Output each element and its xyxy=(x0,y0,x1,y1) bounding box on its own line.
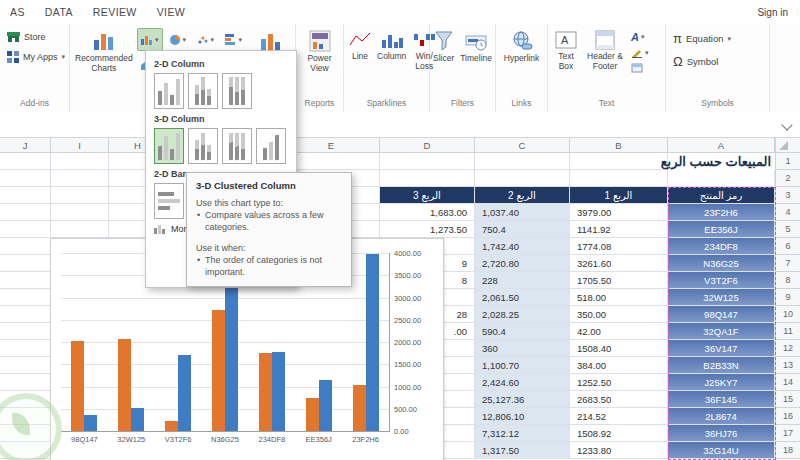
cell-J5[interactable] xyxy=(0,221,51,238)
cell-B14[interactable]: 1252.50 xyxy=(570,374,668,391)
symbol-button[interactable]: Ω Symbol xyxy=(669,51,766,72)
cell-I2[interactable] xyxy=(51,170,109,187)
cell-B2[interactable] xyxy=(570,170,668,187)
signature-line-button[interactable]: ▾ xyxy=(629,47,651,59)
cell-J3[interactable] xyxy=(0,187,51,204)
cell-D4[interactable]: 1,683.00 xyxy=(380,204,475,221)
bar-EE356J-series1[interactable] xyxy=(306,398,319,431)
row-header-16[interactable]: 16 xyxy=(775,408,800,425)
cell-C17[interactable]: 7,312.12 xyxy=(475,425,570,442)
cell-A14[interactable]: J25KY7 xyxy=(668,374,775,391)
cell-A15[interactable]: 36F145 xyxy=(668,391,775,408)
hyperlink-button[interactable]: Hyperlink xyxy=(502,28,541,66)
cell-A2[interactable] xyxy=(668,170,775,187)
row-header-17[interactable]: 17 xyxy=(775,425,800,442)
cell-D1[interactable] xyxy=(380,153,475,170)
cell-C10[interactable]: 2,028.25 xyxy=(475,306,570,323)
cell-B16[interactable]: 214.52 xyxy=(570,408,668,425)
timeline-button[interactable]: Timeline xyxy=(458,28,494,66)
my-apps-button[interactable]: My Apps ▾ xyxy=(3,48,66,66)
cell-B7[interactable]: 3261.60 xyxy=(570,255,668,272)
cell-A16[interactable]: 2L8674 xyxy=(668,408,775,425)
cell-B5[interactable]: 1141.92 xyxy=(570,221,668,238)
cell-A5[interactable]: EE356J xyxy=(668,221,775,238)
cell-D3[interactable]: الربع 3 xyxy=(380,187,475,204)
cell-C13[interactable]: 1,100.70 xyxy=(475,357,570,374)
cell-B10[interactable]: 350.00 xyxy=(570,306,668,323)
cell-D5[interactable]: 1,273.50 xyxy=(380,221,475,238)
bar-98Q147-series2[interactable] xyxy=(84,415,97,431)
cell-C7[interactable]: 2,720.80 xyxy=(475,255,570,272)
tab-formulas-partial[interactable]: AS xyxy=(10,6,25,18)
cell-J16[interactable] xyxy=(0,408,51,425)
bar-23F2H6-series1[interactable] xyxy=(353,385,366,431)
cell-A10[interactable]: 98Q147 xyxy=(668,306,775,323)
header-footer-button[interactable]: Header & Footer xyxy=(583,28,627,73)
cell-C14[interactable]: 2,424.60 xyxy=(475,374,570,391)
menu-2d-100-stacked-column[interactable] xyxy=(222,73,252,109)
cell-I1[interactable] xyxy=(51,153,109,170)
recommended-charts-button[interactable]: Recommended Charts xyxy=(73,28,135,75)
row-header-14[interactable]: 14 xyxy=(775,374,800,391)
bar-V3T2F6-series1[interactable] xyxy=(165,421,178,431)
col-header-D[interactable]: D xyxy=(380,138,475,153)
sign-in-link[interactable]: Sign in xyxy=(757,7,800,18)
cell-C11[interactable]: 590.4 xyxy=(475,323,570,340)
cell-A13[interactable]: B2B33N xyxy=(668,357,775,374)
cell-C15[interactable]: 25,127.36 xyxy=(475,391,570,408)
cell-J18[interactable] xyxy=(0,442,51,459)
cell-E1[interactable] xyxy=(283,153,380,170)
cell-J17[interactable] xyxy=(0,425,51,442)
cell-C3[interactable]: الربع 2 xyxy=(475,187,570,204)
bar-234DF8-series1[interactable] xyxy=(259,353,272,431)
menu-2d-stacked-column[interactable] xyxy=(188,73,218,109)
cell-J12[interactable] xyxy=(0,340,51,357)
cell-J14[interactable] xyxy=(0,374,51,391)
insert-bar-chart-button[interactable]: ▾ xyxy=(221,28,247,51)
cell-C6[interactable]: 1,742.40 xyxy=(475,238,570,255)
cell-A7[interactable]: N36G25 xyxy=(668,255,775,272)
insert-column-chart-button[interactable]: ▾ xyxy=(137,28,163,51)
cell-B11[interactable]: 42.00 xyxy=(570,323,668,340)
cell-C8[interactable]: 228 xyxy=(475,272,570,289)
cell-I4[interactable] xyxy=(51,204,109,221)
cell-A11[interactable]: 32QA1F xyxy=(668,323,775,340)
tab-data[interactable]: DATA xyxy=(45,6,73,18)
text-box-button[interactable]: A Text Box xyxy=(551,28,581,73)
power-view-button[interactable]: Power View xyxy=(302,28,338,75)
cell-A9[interactable]: 32W125 xyxy=(668,289,775,306)
formula-bar[interactable] xyxy=(0,112,800,138)
cell-C5[interactable]: 750.4 xyxy=(475,221,570,238)
cell-B12[interactable]: 1508.40 xyxy=(570,340,668,357)
bar-N36G25-series2[interactable] xyxy=(225,286,238,431)
row-header-9[interactable]: 9 xyxy=(775,289,800,306)
cell-J4[interactable] xyxy=(0,204,51,221)
cell-A1[interactable]: المبيعات حسب الربع xyxy=(668,153,775,170)
cell-J6[interactable] xyxy=(0,238,51,255)
cell-C2[interactable] xyxy=(475,170,570,187)
menu-3d-stacked-column[interactable] xyxy=(188,128,218,164)
row-header-7[interactable]: 7 xyxy=(775,255,800,272)
bar-32W125-series1[interactable] xyxy=(118,339,131,431)
cell-B1[interactable] xyxy=(570,153,668,170)
menu-3d-column[interactable] xyxy=(256,128,286,164)
cell-J8[interactable] xyxy=(0,272,51,289)
sparkline-column-button[interactable]: Column xyxy=(375,28,408,64)
cell-B9[interactable]: 518.00 xyxy=(570,289,668,306)
row-header-10[interactable]: 10 xyxy=(775,306,800,323)
object-button[interactable] xyxy=(629,62,651,74)
bar-EE356J-series2[interactable] xyxy=(319,380,332,431)
cell-J9[interactable] xyxy=(0,289,51,306)
col-header-J[interactable]: J xyxy=(0,138,51,153)
cell-A3[interactable]: رمز المنتج xyxy=(668,187,775,204)
tab-view[interactable]: VIEW xyxy=(157,6,185,18)
cell-J15[interactable] xyxy=(0,391,51,408)
row-header-18[interactable]: 18 xyxy=(775,442,800,459)
cell-B3[interactable]: الربع 1 xyxy=(570,187,668,204)
cell-B17[interactable]: 1508.92 xyxy=(570,425,668,442)
bar-V3T2F6-series2[interactable] xyxy=(178,355,191,431)
cell-B4[interactable]: 3979.00 xyxy=(570,204,668,221)
menu-2d-clustered-column[interactable] xyxy=(154,73,184,109)
cell-D2[interactable] xyxy=(380,170,475,187)
slicer-button[interactable]: Slicer xyxy=(431,28,456,66)
